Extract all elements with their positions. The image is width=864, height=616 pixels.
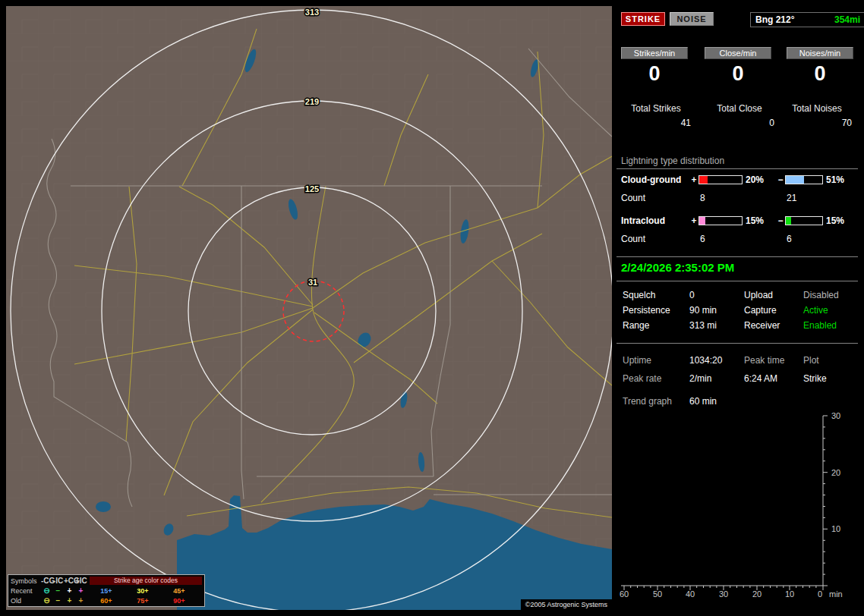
neg-ic-old-icon: − — [52, 596, 64, 605]
cloud-ground-plus-count: 8 — [698, 193, 743, 203]
peak-rate-value: 2/min — [689, 373, 744, 384]
divider — [616, 168, 858, 169]
squelch-label: Squelch — [623, 290, 689, 300]
legend-pos-cg-header: +CG — [64, 577, 75, 585]
trend-axes — [621, 416, 828, 590]
x-tick-60: 60 — [620, 589, 629, 599]
capture-status: Active — [803, 305, 858, 316]
intracloud-count-row: Count 6 6 — [621, 234, 858, 244]
uptime-label: Uptime — [623, 355, 689, 366]
age-75: 75+ — [126, 597, 159, 605]
cloud-ground-row: Cloud-ground + 20% − 51% — [621, 174, 858, 185]
pos-cg-old-icon: + — [64, 596, 75, 605]
plot-label: Plot — [803, 355, 858, 366]
settings-row-squelch: Squelch 0 Upload Disabled — [623, 290, 858, 300]
x-tick-10: 10 — [785, 589, 794, 599]
plus-sign: + — [689, 174, 698, 185]
total-noises-label: Total Noises — [782, 103, 852, 114]
stats-row-2: Peak rate 2/min 6:24 AM Strike — [623, 373, 858, 384]
intracloud-plus-bar — [698, 216, 743, 225]
uptime-value: 1034:20 — [689, 355, 744, 366]
x-tick-0: 0 — [818, 589, 822, 599]
plus-sign: + — [689, 215, 698, 226]
noises-per-min-button[interactable]: Noises/min — [787, 47, 853, 59]
pos-ic-old-icon: + — [75, 596, 87, 605]
cloud-ground-minus-pct: 51% — [823, 174, 853, 185]
neg-ic-icon: − — [52, 586, 64, 595]
map-canvas: 313 219 125 31 — [6, 6, 612, 610]
count-label: Count — [621, 193, 689, 203]
total-strikes-value: 41 — [621, 118, 691, 128]
capture-label: Capture — [744, 305, 803, 316]
upload-status: Disabled — [803, 290, 858, 300]
legend-age-title: Strike age color codes — [90, 577, 202, 585]
strikes-per-min-button[interactable]: Strikes/min — [621, 47, 688, 59]
legend-recent-row: Recent ⊖ − + + 15+ 30+ 45+ — [11, 586, 202, 596]
noise-mode-button[interactable]: NOISE — [670, 12, 714, 26]
strikes-per-min-value: 0 — [621, 62, 688, 86]
trend-graph: 30 20 10 60 50 40 30 20 10 0 min — [616, 410, 858, 608]
x-tick-40: 40 — [686, 589, 695, 599]
current-datetime: 2/24/2026 2:35:02 PM — [621, 261, 734, 274]
cloud-ground-label: Cloud-ground — [621, 174, 689, 185]
copyright-text: ©2005 Astrogenic Systems — [521, 599, 612, 610]
total-close-label: Total Close — [705, 103, 774, 114]
legend-header-row: Symbols -CG -IC +CG +IC Strike age color… — [11, 576, 202, 586]
range-label: Range — [623, 320, 689, 331]
total-strikes-label: Total Strikes — [621, 103, 691, 114]
cloud-ground-plus-pct: 20% — [743, 174, 776, 185]
count-label: Count — [621, 234, 689, 244]
settings-row-persistence: Persistence 90 min Capture Active — [623, 305, 858, 316]
legend-neg-cg-header: -CG — [41, 577, 52, 585]
trend-graph-value: 60 min — [689, 396, 744, 407]
age-15: 15+ — [90, 587, 123, 595]
minus-sign: − — [776, 174, 785, 185]
x-tick-30: 30 — [719, 589, 728, 599]
stats-row-1: Uptime 1034:20 Peak time Plot — [623, 355, 858, 366]
ring-label-219: 219 — [305, 97, 319, 106]
divider — [616, 343, 858, 344]
lightning-map[interactable]: 313 219 125 31 Symbols -CG -IC +CG +IC S… — [6, 6, 612, 610]
intracloud-row: Intracloud + 15% − 15% — [621, 215, 858, 226]
x-tick-50: 50 — [653, 589, 662, 599]
bearing-distance: 354mi — [834, 14, 860, 25]
divider — [616, 281, 858, 281]
distribution-title: Lightning type distribution — [621, 156, 724, 166]
noises-per-min-value: 0 — [787, 62, 853, 86]
close-per-min-button[interactable]: Close/min — [705, 47, 771, 59]
x-axis-unit: min — [829, 589, 843, 599]
receiver-label: Receiver — [744, 320, 803, 331]
strike-legend: Symbols -CG -IC +CG +IC Strike age color… — [8, 574, 205, 607]
peak-time-value: 6:24 AM — [744, 373, 803, 384]
cloud-ground-minus-bar — [785, 175, 823, 184]
legend-symbols-label: Symbols — [11, 577, 41, 585]
cloud-ground-count-row: Count 8 21 — [621, 193, 858, 203]
squelch-value: 0 — [689, 290, 744, 300]
status-panel: STRIKE NOISE Bng 212° 354mi Strikes/min … — [616, 6, 858, 610]
intracloud-minus-bar — [785, 216, 823, 225]
range-value: 313 mi — [689, 320, 744, 331]
minus-sign: − — [776, 215, 785, 226]
age-30: 30+ — [126, 587, 159, 595]
y-tick-10: 10 — [831, 524, 840, 533]
upload-label: Upload — [744, 290, 803, 300]
intracloud-plus-count: 6 — [698, 234, 743, 244]
total-close-value: 0 — [705, 118, 774, 128]
strike-mode-button[interactable]: STRIKE — [621, 12, 665, 26]
legend-pos-ic-header: +IC — [75, 577, 87, 585]
neg-cg-old-icon: ⊖ — [41, 596, 52, 605]
age-60: 60+ — [90, 597, 123, 605]
bearing-readout: Bng 212° 354mi — [750, 12, 864, 27]
age-45: 45+ — [162, 587, 196, 595]
x-tick-20: 20 — [752, 589, 762, 599]
pos-ic-icon: + — [75, 586, 87, 595]
peak-time-label: Peak time — [744, 355, 803, 366]
y-tick-20: 20 — [831, 468, 840, 477]
pos-cg-icon: + — [64, 586, 75, 595]
intracloud-minus-pct: 15% — [823, 215, 853, 226]
age-90: 90+ — [162, 597, 196, 605]
peak-rate-label: Peak rate — [623, 373, 689, 384]
legend-old-row: Old ⊖ − + + 60+ 75+ 90+ — [11, 596, 202, 605]
cloud-ground-minus-count: 21 — [785, 193, 823, 203]
settings-row-range: Range 313 mi Receiver Enabled — [623, 320, 858, 331]
